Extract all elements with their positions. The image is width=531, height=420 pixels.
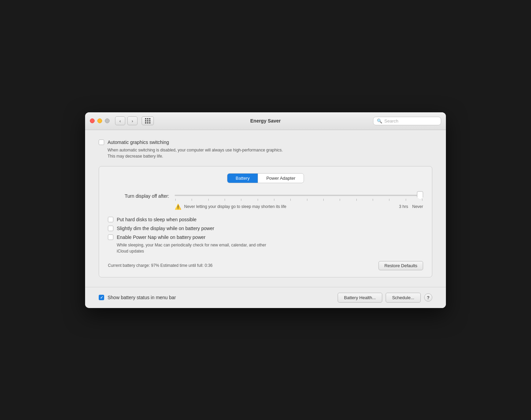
show-battery-row: Show battery status in menu bar xyxy=(99,295,176,300)
window: ‹ › Energy Saver 🔍 Automatic graphics sw… xyxy=(85,112,446,308)
titlebar: ‹ › Energy Saver 🔍 xyxy=(85,112,446,130)
traffic-lights xyxy=(90,118,110,123)
display-sleep-slider[interactable] xyxy=(175,195,423,196)
auto-graphics-label: Automatic graphics switching xyxy=(108,140,169,145)
restore-defaults-button[interactable]: Restore Defaults xyxy=(379,261,423,270)
dim-display-option: Slightly dim the display while on batter… xyxy=(108,226,423,231)
search-icon: 🔍 xyxy=(377,118,382,124)
slider-never-label: Never xyxy=(412,204,423,209)
close-button[interactable] xyxy=(90,118,95,123)
show-battery-checkbox[interactable] xyxy=(99,295,104,300)
battery-health-button[interactable]: Battery Health... xyxy=(338,293,382,303)
auto-graphics-checkbox[interactable] xyxy=(99,140,104,145)
segment-wrapper: Battery Power Adapter xyxy=(227,173,304,183)
footer-buttons: Battery Health... Schedule... ? xyxy=(338,293,432,303)
search-box[interactable]: 🔍 xyxy=(373,117,441,125)
content: Automatic graphics switching When automa… xyxy=(85,130,446,287)
warning-icon: ⚠️ xyxy=(175,204,181,210)
slider-3hrs-label: 3 hrs xyxy=(399,204,408,209)
power-adapter-tab[interactable]: Power Adapter xyxy=(258,174,303,183)
hard-disks-option: Put hard disks to sleep when possible xyxy=(108,217,423,222)
minimize-button[interactable] xyxy=(97,118,102,123)
power-nap-checkbox[interactable] xyxy=(108,235,113,240)
slider-row: Turn display off after: xyxy=(108,191,423,201)
search-input[interactable] xyxy=(384,118,437,124)
slider-right-labels: 3 hrs Never xyxy=(399,204,423,209)
footer: Show battery status in menu bar Battery … xyxy=(85,287,446,308)
dim-display-checkbox[interactable] xyxy=(108,226,113,231)
slider-label: Turn display off after: xyxy=(108,193,169,199)
grid-icon xyxy=(145,118,150,124)
auto-graphics-section: Automatic graphics switching When automa… xyxy=(99,140,432,159)
segment-control: Battery Power Adapter xyxy=(108,173,423,183)
window-title: Energy Saver xyxy=(250,118,281,124)
help-button[interactable]: ? xyxy=(424,293,432,302)
power-nap-option: Enable Power Nap while on battery power … xyxy=(108,235,423,254)
nav-buttons: ‹ › xyxy=(115,116,154,125)
maximize-button[interactable] xyxy=(105,118,110,123)
battery-info: Current battery charge: 97% Estimated ti… xyxy=(108,263,212,268)
slider-section: Turn display off after: xyxy=(108,191,423,210)
grid-button[interactable] xyxy=(142,116,154,125)
power-nap-description: While sleeping, your Mac can periodicall… xyxy=(117,242,423,254)
warning-row: ⚠️ Never letting your display go to slee… xyxy=(175,204,423,210)
dim-display-row: Slightly dim the display while on batter… xyxy=(108,226,423,231)
back-button[interactable]: ‹ xyxy=(115,116,125,125)
schedule-button[interactable]: Schedule... xyxy=(386,293,421,303)
auto-graphics-description: When automatic switching is disabled, yo… xyxy=(108,147,432,159)
power-nap-label: Enable Power Nap while on battery power xyxy=(117,235,206,240)
dim-display-label: Slightly dim the display while on batter… xyxy=(117,226,214,231)
hard-disks-row: Put hard disks to sleep when possible xyxy=(108,217,423,222)
bottom-status: Current battery charge: 97% Estimated ti… xyxy=(108,261,423,270)
main-panel: Battery Power Adapter Turn display off a… xyxy=(99,166,432,277)
forward-button[interactable]: › xyxy=(127,116,138,125)
power-nap-row: Enable Power Nap while on battery power xyxy=(108,235,423,240)
battery-tab[interactable]: Battery xyxy=(227,174,258,183)
hard-disks-checkbox[interactable] xyxy=(108,217,113,222)
options-section: Put hard disks to sleep when possible Sl… xyxy=(108,217,423,254)
hard-disks-label: Put hard disks to sleep when possible xyxy=(117,217,196,222)
warning-text: Never letting your display go to sleep m… xyxy=(184,204,396,209)
show-battery-label: Show battery status in menu bar xyxy=(108,295,176,300)
auto-graphics-row: Automatic graphics switching xyxy=(99,140,432,145)
slider-container xyxy=(175,191,423,201)
